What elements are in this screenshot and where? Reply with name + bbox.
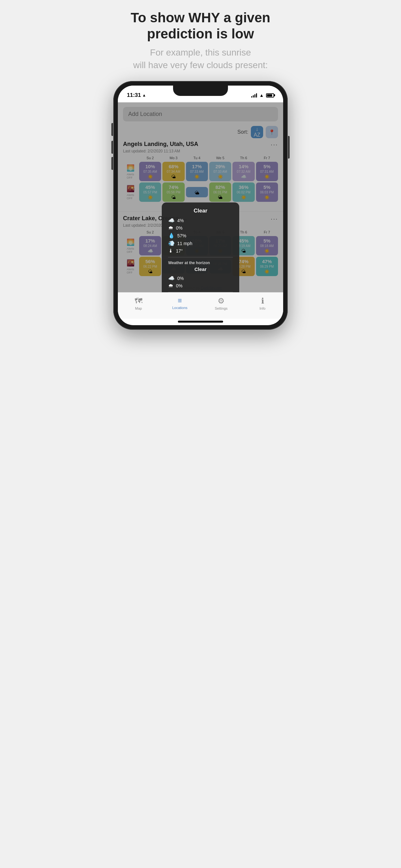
nav-settings-label: Settings	[215, 306, 227, 310]
sr-cell-we5[interactable]: 29% 07:33 AM ☀️	[209, 162, 231, 181]
ss-cell-fr7[interactable]: 5% 06:03 PM ☀️	[256, 182, 278, 202]
sr-cell-fr7[interactable]: 5% 07:31 AM ☀️	[256, 162, 278, 181]
sort-pin-button[interactable]: 📍	[266, 126, 278, 138]
info-icon: ℹ	[261, 297, 264, 306]
page-header: To show WHY a given prediction is low Fo…	[124, 10, 277, 71]
l2-ss-cell-we5[interactable]: 06:26 PM ☁️	[209, 259, 231, 274]
l2-sr-cell-su2[interactable]: 17% 08:24 AM ☁️	[139, 236, 161, 255]
l2-day-mo3: Mo 3	[162, 230, 184, 234]
gear-icon: ⚙	[218, 297, 225, 306]
l2-sr-cell-tu4[interactable]: 10% 08:20 AM ☀️	[186, 236, 208, 255]
location-2-sunset-row: 🌇 AlertsOFF 56% 06:22 PM 🌤 06:24 PM ☁️	[123, 257, 278, 276]
status-icons: ▲	[251, 93, 274, 98]
l2-sunrise-icon-col: 🌅 AlertsOFF	[123, 238, 138, 253]
location-2-more-button[interactable]: ···	[271, 215, 278, 222]
l2-sunrise-sun-icon: 🌅	[127, 238, 135, 246]
tooltip-title: Clear	[168, 208, 233, 214]
location-2-sunrise-row: 🌅 AlertsOFF 17% 08:24 AM ☁️ 71% 08:22 AM…	[123, 236, 278, 255]
ss-cell-we5[interactable]: 82% 06:01 PM 🌥	[209, 182, 231, 202]
search-bar[interactable]	[123, 107, 278, 121]
phone-screen: 11:31 ▲ ▲ Clear	[118, 86, 283, 325]
l2-day-th6: Th 6	[233, 230, 254, 234]
location-1-section: Angels Landing, Utah, USA ··· Last updat…	[118, 141, 283, 208]
l2-day-su2: Su 2	[139, 230, 161, 234]
list-icon: ≡	[178, 297, 182, 305]
nav-locations[interactable]: ≡ Locations	[159, 294, 201, 312]
nav-map[interactable]: 🗺 Map	[118, 294, 159, 312]
sr-cell-su2[interactable]: 10% 07:35 AM ☀️	[139, 162, 161, 181]
sort-label: Sort:	[237, 129, 248, 135]
sort-az-icon: ↓AZ	[254, 126, 260, 138]
location-1-name: Angels Landing, Utah, USA	[123, 141, 198, 148]
bottom-nav: 🗺 Map ≡ Locations ⚙ Settings ℹ Info	[118, 292, 283, 319]
ss-cell-tu4[interactable]: 🌥	[186, 187, 208, 197]
map-icon: 🗺	[135, 297, 143, 306]
pin-icon: 📍	[269, 129, 275, 135]
sunset-sun-icon: 🌇	[127, 185, 135, 192]
sunrise-sun-icon: 🌅	[127, 164, 135, 172]
location-2-days-row: Su 2 Mo 3 Tu 4 We 5 Th 6 Fr 7	[123, 230, 278, 234]
location-2-updated: Last updated: 2/2/2020...	[123, 223, 278, 228]
ss-cell-su2[interactable]: 45% 05:57 PM ☀️	[139, 182, 161, 202]
main-title: To show WHY a given prediction is low	[131, 10, 271, 42]
l2-day-fr7: Fr 7	[256, 230, 278, 234]
status-time: 11:31 ▲	[127, 92, 146, 98]
sr-cell-th6[interactable]: 14% 07:32 AM ☁️	[233, 162, 254, 181]
location-2-name: Crater Lake, Oregon, ...	[123, 215, 187, 222]
location-2-section: Crater Lake, Oregon, ... ··· Last update…	[118, 215, 283, 283]
location-1-days-row: Su 2 Mo 3 Tu 4 We 5 Th 6 Fr 7	[123, 156, 278, 160]
location-1-more-button[interactable]: ···	[271, 141, 278, 148]
day-th6: Th 6	[233, 156, 254, 160]
l2-sr-cell-th6[interactable]: 45% 08:19 AM 🌤	[233, 236, 254, 255]
notch	[173, 86, 228, 96]
location-2-header: Crater Lake, Oregon, ... ···	[123, 215, 278, 222]
l2-ss-cell-fr7[interactable]: 47% 06:29 PM ☀️	[256, 257, 278, 276]
location-1-sunrise-row: 🌅 AlertsOFF 10% 07:35 AM ☀️ 68% 07:34 AM…	[123, 162, 278, 181]
home-indicator	[178, 321, 223, 322]
l2-sr-cell-we5[interactable]: 17% 08:20 AM ☀️	[209, 236, 231, 255]
nav-settings[interactable]: ⚙ Settings	[201, 294, 242, 312]
day-fr7: Fr 7	[256, 156, 278, 160]
sr-cell-tu4[interactable]: 17% 07:33 AM ☀️	[186, 162, 208, 181]
l2-ss-cell-su2[interactable]: 56% 06:22 PM 🌤	[139, 257, 161, 276]
divider	[118, 212, 283, 212]
ss-cell-mo3[interactable]: 74% 05:58 PM 🌤	[162, 182, 184, 202]
l2-sunrise-alerts-label: AlertsOFF	[127, 247, 134, 253]
day-we5: We 5	[209, 156, 231, 160]
sunset-alerts-label: AlertsOFF	[127, 193, 134, 200]
location-1-updated: Last updated: 2/2/2020 11:13 AM	[123, 149, 278, 153]
sr-cell-mo3[interactable]: 68% 07:34 AM 🌤	[162, 162, 184, 181]
l2-ss-cell-th6[interactable]: 74% 06:28 PM 🌤	[233, 257, 254, 276]
l2-ss-cell-mo3[interactable]: 06:24 PM ☁️	[162, 259, 184, 274]
status-bar: 11:31 ▲ ▲	[118, 86, 283, 102]
wifi-icon: ▲	[259, 93, 264, 98]
l2-sunset-sun-icon: 🌇	[127, 259, 135, 267]
subtitle: For example, this sunrise will have very…	[131, 46, 271, 71]
phone-frame: 11:31 ▲ ▲ Clear	[113, 81, 288, 330]
powered-by: Powered by DarkSky.net	[118, 283, 283, 292]
l2-sunset-alerts-label: AlertsOFF	[127, 268, 134, 274]
app-content: Clear ☁️ 4% 🌧 0% 💧 57% 💨 11 mph	[118, 102, 283, 292]
ss-cell-th6[interactable]: 36% 06:02 PM ☀️	[233, 182, 254, 202]
darksky-link[interactable]: DarkSky.net	[201, 286, 221, 290]
sunrise-icon-col: 🌅 AlertsOFF	[123, 164, 138, 179]
sunrise-alerts-label: AlertsOFF	[127, 173, 134, 179]
nav-info[interactable]: ℹ Info	[242, 294, 283, 312]
search-input[interactable]	[123, 107, 278, 121]
l2-ss-cell-tu4[interactable]: 06:25 PM ☁️	[186, 259, 208, 274]
battery-icon	[266, 93, 274, 97]
location-1-header: Angels Landing, Utah, USA ···	[123, 141, 278, 148]
day-tu4: Tu 4	[186, 156, 208, 160]
day-su2: Su 2	[139, 156, 161, 160]
location-arrow-icon: ▲	[142, 93, 146, 97]
l2-sr-cell-mo3[interactable]: 71% 08:22 AM 🌤	[162, 236, 184, 255]
sunset-icon-col: 🌇 AlertsOFF	[123, 185, 138, 200]
nav-locations-label: Locations	[172, 306, 187, 310]
l2-sr-cell-fr7[interactable]: 5% 08:18 AM ☀️	[256, 236, 278, 255]
sort-row: Sort: ↓AZ 📍	[118, 125, 283, 141]
l2-day-we5: We 5	[209, 230, 231, 234]
nav-info-label: Info	[259, 306, 266, 310]
sort-az-button[interactable]: ↓AZ	[251, 126, 263, 138]
day-mo3: Mo 3	[162, 156, 184, 160]
l2-sunset-icon-col: 🌇 AlertsOFF	[123, 259, 138, 274]
